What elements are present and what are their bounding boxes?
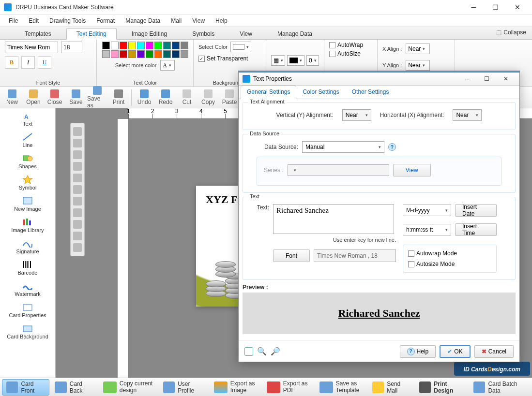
yalign-combo[interactable]: Near xyxy=(406,60,430,71)
sidetool-5[interactable] xyxy=(73,174,82,182)
menu-view[interactable]: View xyxy=(187,15,210,26)
sidetool-11[interactable] xyxy=(73,243,82,252)
bbtn-print-design[interactable]: Print Design xyxy=(415,379,468,396)
bbtn-send-mail[interactable]: Send Mail xyxy=(368,379,414,396)
tb-cut[interactable]: Cut xyxy=(177,89,197,105)
swatch[interactable] xyxy=(154,42,162,49)
swatch[interactable] xyxy=(120,42,127,49)
menu-file[interactable]: File xyxy=(4,15,23,26)
menu-format[interactable]: Format xyxy=(91,15,120,26)
minimize-button[interactable]: ─ xyxy=(463,0,485,15)
menu-manage-data[interactable]: Manage Data xyxy=(121,15,165,26)
tool-image-library[interactable]: Image Library xyxy=(0,215,55,236)
bbtn-card-batch[interactable]: Card Batch Data xyxy=(469,379,530,396)
xalign-combo[interactable]: Near xyxy=(406,44,430,54)
datasource-combo[interactable]: Manual xyxy=(302,141,384,153)
sidetool-9[interactable] xyxy=(73,220,82,229)
swatch[interactable] xyxy=(146,50,153,58)
dtab-other[interactable]: Other Settings xyxy=(346,86,395,99)
border-color[interactable] xyxy=(287,55,304,66)
dialog-titlebar[interactable]: Text Properties ─ ☐ ✕ xyxy=(239,71,519,86)
bbtn-save-template[interactable]: Save as Template xyxy=(315,379,367,396)
collapse-button[interactable]: ⬚Collapse xyxy=(496,29,526,36)
swatch[interactable] xyxy=(137,42,145,49)
tb-open[interactable]: Open xyxy=(23,89,44,105)
tool-watermark[interactable]: Watermark xyxy=(0,279,55,300)
zoom-in-icon[interactable]: 🔎 xyxy=(271,347,280,356)
swatch[interactable] xyxy=(172,42,180,49)
tool-line[interactable]: Line xyxy=(0,130,55,151)
swatch[interactable] xyxy=(102,50,110,58)
tab-symbols[interactable]: Symbols xyxy=(182,28,225,39)
bbtn-user-profile[interactable]: User Profile xyxy=(159,379,209,396)
date-format-combo[interactable]: M-d-yyyy xyxy=(403,205,451,216)
bbtn-card-front[interactable]: Card Front xyxy=(2,379,49,396)
swatch[interactable] xyxy=(146,42,153,49)
autosize-checkbox[interactable]: AutoSize xyxy=(329,50,361,57)
swatch[interactable] xyxy=(102,42,110,49)
bbtn-export-pdf[interactable]: Export as PDF xyxy=(262,379,314,396)
swatch[interactable] xyxy=(128,42,136,49)
sidetool-2[interactable] xyxy=(73,139,82,147)
swatch[interactable] xyxy=(172,50,180,58)
bg-color-picker[interactable] xyxy=(230,42,251,52)
tb-save[interactable]: Save xyxy=(66,89,86,105)
autowrap-checkbox[interactable]: AutoWrap xyxy=(329,42,363,48)
swatch[interactable] xyxy=(163,42,171,49)
sidetool-1[interactable] xyxy=(73,127,82,136)
autosize-mode-cb[interactable]: Autosize Mode xyxy=(408,261,491,267)
bbtn-card-back[interactable]: Card Back xyxy=(50,379,97,396)
font-button[interactable]: Font xyxy=(273,249,310,262)
swatch[interactable] xyxy=(137,50,145,58)
tb-paste[interactable]: Paste xyxy=(219,89,240,105)
tb-undo[interactable]: Undo xyxy=(134,89,154,105)
font-name-select[interactable] xyxy=(5,42,58,53)
tool-text[interactable]: AText xyxy=(0,108,55,130)
border-style[interactable]: ▦ xyxy=(271,55,285,66)
swatch[interactable] xyxy=(163,50,171,58)
tb-redo[interactable]: Redo xyxy=(155,89,176,105)
font-size-select[interactable] xyxy=(61,42,82,53)
sidetool-10[interactable] xyxy=(73,232,82,240)
tb-copy[interactable]: Copy xyxy=(198,89,218,105)
dialog-maximize[interactable]: ☐ xyxy=(477,72,496,86)
ok-button[interactable]: ✔OK xyxy=(440,345,470,358)
menu-edit[interactable]: Edit xyxy=(24,15,44,26)
bbtn-export-image[interactable]: Export as Image xyxy=(210,379,261,396)
italic-button[interactable]: I xyxy=(21,56,35,69)
border-size[interactable]: 0 xyxy=(306,55,319,66)
tab-manage-data[interactable]: Manage Data xyxy=(267,28,322,39)
color-swatches[interactable] xyxy=(102,42,188,58)
zoom-fit-icon[interactable] xyxy=(244,347,253,356)
tool-barcode[interactable]: Barcode xyxy=(0,257,55,279)
sidetool-3[interactable] xyxy=(73,150,82,159)
swatch[interactable] xyxy=(181,50,188,58)
halign-combo[interactable]: Near xyxy=(453,109,482,121)
sidetool-4[interactable] xyxy=(73,162,82,171)
help-button[interactable]: ?Help xyxy=(400,345,436,358)
more-color-picker[interactable]: A xyxy=(160,60,175,71)
transparent-checkbox[interactable]: Set Transparent xyxy=(198,55,248,62)
tool-signature[interactable]: Signature xyxy=(0,236,55,257)
dialog-minimize[interactable]: ─ xyxy=(457,72,477,86)
tab-text-editing[interactable]: Text Editing xyxy=(66,28,117,40)
view-button[interactable]: View xyxy=(393,164,431,176)
swatch[interactable] xyxy=(111,42,119,49)
bold-button[interactable]: B xyxy=(5,56,18,69)
menu-drawing-tools[interactable]: Drawing Tools xyxy=(45,15,91,26)
tab-view[interactable]: View xyxy=(229,28,262,39)
time-format-combo[interactable]: h:mm:ss tt xyxy=(403,224,451,235)
help-icon[interactable]: ? xyxy=(388,143,396,151)
tb-print[interactable]: Print xyxy=(108,89,129,105)
dtab-color[interactable]: Color Settings xyxy=(296,86,345,99)
insert-time-button[interactable]: Insert Time xyxy=(455,223,497,236)
menu-mail[interactable]: Mail xyxy=(166,15,186,26)
tool-new-image[interactable]: New Image xyxy=(0,193,55,215)
tool-symbol[interactable]: Symbol xyxy=(0,172,55,193)
underline-button[interactable]: U xyxy=(38,56,51,69)
tb-close[interactable]: Close xyxy=(45,89,65,105)
swatch[interactable] xyxy=(120,50,127,58)
autowrap-mode-cb[interactable]: Autowrap Mode xyxy=(408,250,491,257)
swatch[interactable] xyxy=(111,50,119,58)
swatch[interactable] xyxy=(154,50,162,58)
